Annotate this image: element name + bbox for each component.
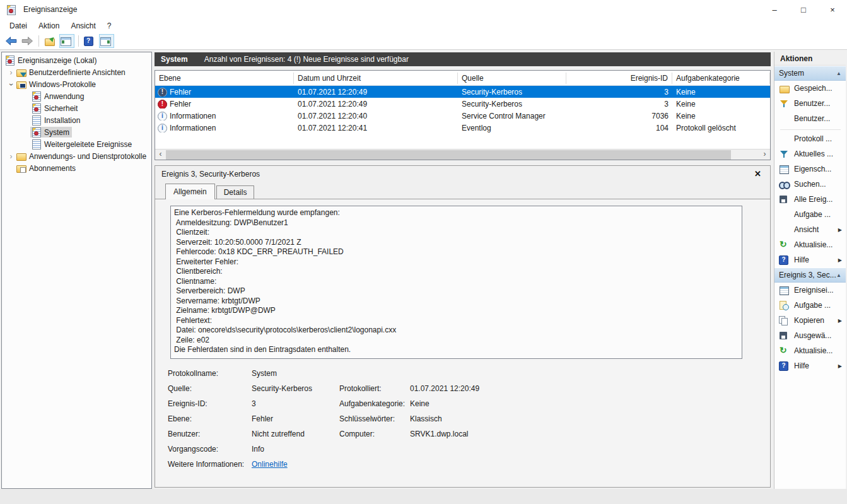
maximize-button[interactable]: □ [789,0,818,19]
action-item-icon [779,301,789,310]
tree-item-inner[interactable]: Anwendungs- und Dienstprotokolle [15,151,149,161]
tree-item-icon [16,79,26,89]
event-row[interactable]: Informationen 01.07.2021 12:20:41 Eventl… [155,122,770,134]
column-header-aufgabenkategorie[interactable]: Aufgabenkategorie [672,73,770,84]
action-item[interactable]: Gespeich... ▶ [774,81,846,96]
tree-item[interactable]: Weitergeleitete Ereignisse [2,138,151,150]
tree-item[interactable]: Ereignisanzeige (Lokal) [2,54,151,66]
action-section-header-event[interactable]: Ereignis 3, Sec... ▲ [774,267,846,283]
tree-item-inner[interactable]: Installation [30,115,83,126]
property-value: 01.07.2021 12:20:49 [410,384,479,393]
action-item[interactable]: Aufgabe ... ▶ [774,207,846,222]
tree-item-inner[interactable]: Benutzerdefinierte Ansichten [15,67,128,78]
horizontal-scrollbar[interactable]: ‹ › [155,149,770,160]
preview-tab[interactable]: Allgemein [165,184,215,199]
action-section-header-system[interactable]: System ▲ [774,66,846,81]
property-value: Fehler [252,414,273,423]
tree-item-inner[interactable]: Ereignisanzeige (Lokal) [4,55,99,66]
tree-item[interactable]: Anwendung [2,90,151,102]
close-button[interactable]: × [818,0,847,19]
column-header-ebene[interactable]: Ebene [155,73,294,84]
action-item[interactable]: Hilfe ▶ [774,358,846,373]
tree-item-label: Anwendung [44,92,84,101]
tree-item-inner[interactable]: Weitergeleitete Ereignisse [30,139,134,149]
action-item[interactable]: Aktualisie... ▶ [774,343,846,358]
tree-item[interactable]: System [2,126,151,138]
preview-close-icon[interactable]: ✕ [752,169,764,179]
tree-item[interactable]: Windows-Protokolle [2,78,151,90]
action-item[interactable]: Benutzer... ▶ [774,111,846,126]
minimize-button[interactable]: – [760,0,789,19]
tab-page-allgemein: Eine Kerberos-Fehlermeldung wurde empfan… [155,199,770,487]
submenu-arrow-icon: ▶ [838,257,846,263]
event-description-box[interactable]: Eine Kerberos-Fehlermeldung wurde empfan… [170,206,742,359]
tree-item[interactable]: Anwendungs- und Dienstprotokolle [2,150,151,162]
tree-item-label: Benutzerdefinierte Ansichten [29,68,126,77]
action-section-system: Gespeich... ▶ Benutzer... ▶ Benutzer... … [774,81,846,267]
tree-expander-icon[interactable] [7,68,15,77]
action-item-label: Gespeich... [794,84,838,93]
property-label: Protokollname: [168,369,252,378]
export-log-button[interactable] [43,34,58,48]
action-item[interactable]: Ereignisei... ▶ [774,283,846,298]
action-item[interactable]: Eigensch... ▶ [774,161,846,177]
event-row[interactable]: Informationen 01.07.2021 12:20:40 Servic… [155,110,770,122]
tree-item-icon [31,115,42,125]
action-item-icon [779,286,789,295]
preview-tab[interactable]: Details [216,185,255,199]
collapse-arrow-icon[interactable]: ▲ [836,71,841,76]
event-row[interactable]: Fehler 01.07.2021 12:20:49 Security-Kerb… [155,98,770,110]
show-action-pane-button[interactable] [99,34,114,48]
tree-item-inner[interactable]: Abonnements [15,163,78,173]
action-item[interactable]: ▶ [774,126,846,131]
column-header-ereignis-id[interactable]: Ereignis-ID [566,73,672,84]
tree-item-inner[interactable]: Windows-Protokolle [15,79,98,90]
action-item[interactable]: Kopieren ▶ [774,313,846,328]
action-item[interactable]: Ansicht ▶ [774,222,846,237]
scroll-right-icon[interactable]: › [759,149,770,160]
action-item[interactable]: Aufgabe ... ▶ [774,298,846,313]
tree-item[interactable]: Sicherheit [2,102,151,114]
action-item[interactable]: Suchen... ▶ [774,177,846,192]
action-item[interactable]: Alle Ereig... ▶ [774,192,846,207]
action-item[interactable]: Protokoll ... ▶ [774,131,846,146]
tree-expander-icon[interactable] [7,80,15,89]
column-header-quelle[interactable]: Quelle [458,73,566,84]
action-item[interactable]: Benutzer... ▶ [774,96,846,111]
tree-item[interactable]: Benutzerdefinierte Ansichten [2,66,151,78]
menu-item[interactable]: Aktion [33,20,65,32]
action-section-label: Ereignis 3, Sec... [779,271,836,279]
event-row[interactable]: Fehler 01.07.2021 12:20:49 Security-Kerb… [155,86,770,98]
tree-item[interactable]: Installation [2,114,151,126]
tree-item-inner[interactable]: Sicherheit [30,103,80,114]
event-properties-right: Protokolliert: 01.07.2021 12:20:49 Aufga… [339,381,547,442]
column-header-datum[interactable]: Datum und Uhrzeit [294,73,458,84]
action-item[interactable]: Aktuelles ... ▶ [774,146,846,161]
action-item[interactable]: Ausgewä... ▶ [774,328,846,343]
scroll-left-icon[interactable]: ‹ [155,149,166,160]
back-button[interactable] [3,34,18,48]
action-item-icon [779,134,789,144]
tree-item-inner[interactable]: System [30,127,72,138]
forward-button[interactable] [20,34,35,48]
property-value: Klassisch [410,414,442,423]
collapse-arrow-icon[interactable]: ▲ [836,273,841,278]
menu-item[interactable]: Datei [4,20,33,32]
help-button[interactable] [83,34,98,48]
property-value[interactable]: Onlinehilfe [252,460,288,469]
property-row: Vorgangscode: Info [168,442,339,457]
menu-item[interactable]: Ansicht [65,20,101,32]
actions-panel: Aktionen System ▲ Gespeich... ▶ Benutzer… [774,52,846,495]
tree-item-icon [31,139,42,149]
scrollbar-thumb[interactable] [166,150,731,160]
property-row: Ereignis-ID: 3 [168,396,339,411]
action-item[interactable]: Hilfe ▶ [774,252,846,267]
action-item[interactable]: Aktualisie... ▶ [774,237,846,252]
show-console-tree-button[interactable] [59,34,74,48]
preview-tabs: Allgemein Details [155,182,770,199]
tree-item-inner[interactable]: Anwendung [30,91,86,102]
tree-expander-icon[interactable] [7,152,15,161]
action-item-label: Aktualisie... [794,240,838,249]
tree-item[interactable]: Abonnements [2,162,151,174]
menu-item[interactable]: ? [102,20,117,32]
